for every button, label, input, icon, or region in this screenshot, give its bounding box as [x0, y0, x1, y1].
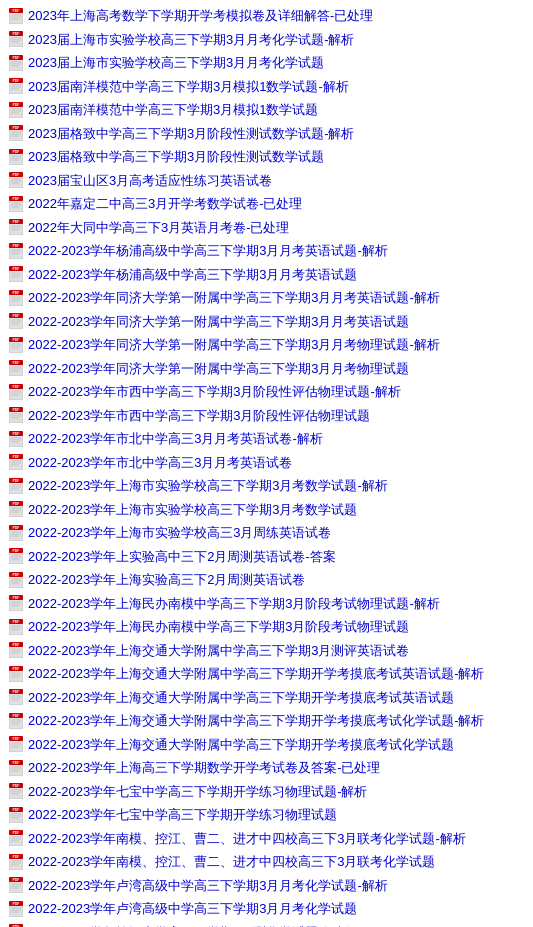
file-link[interactable]: 2022-2023学年上海高三下学期数学开学考试卷及答案-已处理	[28, 758, 381, 778]
file-link[interactable]: 2022-2023学年同济大学第一附属中学高三下学期3月月考物理试题-解析	[28, 335, 440, 355]
list-item: PDF 2022-2023学年南模、控江、曹二、进才中四校高三下3月联考化学试题…	[8, 827, 525, 851]
file-link[interactable]: 2023届宝山区3月高考适应性练习英语试卷	[28, 171, 272, 191]
file-link[interactable]: 2022-2023学年上海市实验学校高三下学期3月考数学试题-解析	[28, 476, 388, 496]
list-item: PDF 2023届上海市实验学校高三下学期3月月考化学试题	[8, 51, 525, 75]
list-item: PDF 2022-2023学年杨浦高级中学高三下学期3月月考英语试题	[8, 263, 525, 287]
file-link[interactable]: 2022-2023学年杨浦高级中学高三下学期3月月考英语试题-解析	[28, 241, 388, 261]
svg-text:PDF: PDF	[13, 761, 21, 765]
file-link[interactable]: 2022-2023学年同济大学第一附属中学高三下学期3月月考英语试题	[28, 312, 409, 332]
list-item: PDF 2022-2023学年上海交通大学附属中学高三下学期开学考摸底考试化学试…	[8, 733, 525, 757]
pdf-file-icon: PDF	[8, 31, 24, 47]
pdf-file-icon: PDF	[8, 360, 24, 376]
file-link[interactable]: 2022-2023学年杨浦高级中学高三下学期3月月考英语试题	[28, 265, 357, 285]
file-link[interactable]: 2022-2023学年上海交通大学附属中学高三下学期开学考摸底考试化学试题	[28, 735, 454, 755]
file-link[interactable]: 2022-2023学年市北中学高三3月月考英语试卷-解析	[28, 429, 323, 449]
svg-text:PDF: PDF	[13, 314, 21, 318]
file-link[interactable]: 2022-2023学年南模、控江、曹二、进才中四校高三下3月联考化学试题-解析	[28, 829, 466, 849]
pdf-file-icon: PDF	[8, 713, 24, 729]
file-link[interactable]: 2023届格致中学高三下学期3月阶段性测试数学试题	[28, 147, 324, 167]
svg-text:PDF: PDF	[13, 714, 21, 718]
pdf-file-icon: PDF	[8, 431, 24, 447]
svg-text:PDF: PDF	[13, 385, 21, 389]
file-link[interactable]: 2022年嘉定二中高三3月开学考数学试卷-已处理	[28, 194, 302, 214]
file-link[interactable]: 2022-2023学年南模、控江、曹二、进才中四校高三下3月联考化学试题	[28, 852, 435, 872]
pdf-file-icon: PDF	[8, 337, 24, 353]
pdf-file-icon: PDF	[8, 125, 24, 141]
svg-text:PDF: PDF	[13, 197, 21, 201]
file-link[interactable]: 2022-2023学年上海实验高三下2月周测英语试卷	[28, 570, 305, 590]
file-link[interactable]: 2022-2023学年市北中学高三3月月考英语试卷	[28, 453, 292, 473]
list-item: PDF 2022-2023学年同济大学第一附属中学高三下学期3月月考英语试题-解…	[8, 286, 525, 310]
svg-text:PDF: PDF	[13, 620, 21, 624]
pdf-file-icon: PDF	[8, 642, 24, 658]
file-link[interactable]: 2022-2023学年控江中学高三下学期3月测化学试题-解析	[28, 923, 349, 928]
file-link[interactable]: 2022-2023学年同济大学第一附属中学高三下学期3月月考物理试题	[28, 359, 409, 379]
list-item: PDF 2022-2023学年杨浦高级中学高三下学期3月月考英语试题-解析	[8, 239, 525, 263]
file-link[interactable]: 2023届上海市实验学校高三下学期3月月考化学试题-解析	[28, 30, 354, 50]
list-item: PDF 2022-2023学年上海交通大学附属中学高三下学期开学考摸底考试英语试…	[8, 686, 525, 710]
list-item: PDF 2022-2023学年七宝中学高三下学期开学练习物理试题-解析	[8, 780, 525, 804]
file-link[interactable]: 2022-2023学年上海市实验学校高三3月周练英语试卷	[28, 523, 331, 543]
file-link[interactable]: 2022-2023学年卢湾高级中学高三下学期3月月考化学试题-解析	[28, 876, 388, 896]
file-link[interactable]: 2022-2023学年上实验高中三下2月周测英语试卷-答案	[28, 547, 336, 567]
svg-text:PDF: PDF	[13, 408, 21, 412]
list-item: PDF 2023届南洋模范中学高三下学期3月模拟1数学试题	[8, 98, 525, 122]
svg-text:PDF: PDF	[13, 502, 21, 506]
list-item: PDF 2023届宝山区3月高考适应性练习英语试卷	[8, 169, 525, 193]
file-link[interactable]: 2022-2023学年上海交通大学附属中学高三下学期3月测评英语试卷	[28, 641, 409, 661]
file-link[interactable]: 2022年大同中学高三下3月英语月考卷-已处理	[28, 218, 289, 238]
pdf-file-icon: PDF	[8, 783, 24, 799]
pdf-file-icon: PDF	[8, 595, 24, 611]
svg-text:PDF: PDF	[13, 784, 21, 788]
svg-text:PDF: PDF	[13, 32, 21, 36]
svg-text:PDF: PDF	[13, 432, 21, 436]
file-link[interactable]: 2022-2023学年上海市实验学校高三下学期3月考数学试题	[28, 500, 357, 520]
svg-text:PDF: PDF	[13, 526, 21, 530]
file-link[interactable]: 2022-2023学年上海民办南模中学高三下学期3月阶段考试物理试题-解析	[28, 594, 440, 614]
list-item: PDF 2022-2023学年市西中学高三下学期3月阶段性评估物理试题-解析	[8, 380, 525, 404]
file-link[interactable]: 2022-2023学年市西中学高三下学期3月阶段性评估物理试题-解析	[28, 382, 401, 402]
pdf-file-icon: PDF	[8, 619, 24, 635]
list-item: PDF 2022-2023学年南模、控江、曹二、进才中四校高三下3月联考化学试题	[8, 850, 525, 874]
file-link[interactable]: 2022-2023学年上海交通大学附属中学高三下学期开学考摸底考试英语试题-解析	[28, 664, 485, 684]
list-item: PDF 2022-2023学年同济大学第一附属中学高三下学期3月月考物理试题	[8, 357, 525, 381]
pdf-file-icon: PDF	[8, 501, 24, 517]
file-link[interactable]: 2022-2023学年七宝中学高三下学期开学练习物理试题-解析	[28, 782, 368, 802]
list-item: PDF 2023届格致中学高三下学期3月阶段性测试数学试题-解析	[8, 122, 525, 146]
file-link[interactable]: 2022-2023学年上海交通大学附属中学高三下学期开学考摸底考试英语试题	[28, 688, 454, 708]
svg-text:PDF: PDF	[13, 220, 21, 224]
file-link[interactable]: 2023届南洋模范中学高三下学期3月模拟1数学试题	[28, 100, 318, 120]
list-item: PDF 2022年大同中学高三下3月英语月考卷-已处理	[8, 216, 525, 240]
pdf-file-icon: PDF	[8, 877, 24, 893]
list-item: PDF 2022-2023学年卢湾高级中学高三下学期3月月考化学试题	[8, 897, 525, 921]
list-item: PDF 2023年上海高考数学下学期开学考模拟卷及详细解答-已处理	[8, 4, 525, 28]
svg-text:PDF: PDF	[13, 596, 21, 600]
pdf-file-icon: PDF	[8, 689, 24, 705]
svg-text:PDF: PDF	[13, 79, 21, 83]
list-item: PDF 2022-2023学年上海市实验学校高三3月周练英语试卷	[8, 521, 525, 545]
pdf-file-icon: PDF	[8, 666, 24, 682]
file-list: PDF 2023年上海高考数学下学期开学考模拟卷及详细解答-已处理 PDF 20…	[0, 0, 533, 927]
file-link[interactable]: 2023届上海市实验学校高三下学期3月月考化学试题	[28, 53, 324, 73]
svg-text:PDF: PDF	[13, 244, 21, 248]
pdf-file-icon: PDF	[8, 454, 24, 470]
list-item: PDF 2022-2023学年上海交通大学附属中学高三下学期开学考摸底考试化学试…	[8, 709, 525, 733]
svg-text:PDF: PDF	[13, 808, 21, 812]
file-link[interactable]: 2022-2023学年卢湾高级中学高三下学期3月月考化学试题	[28, 899, 357, 919]
list-item: PDF 2022-2023学年市西中学高三下学期3月阶段性评估物理试题	[8, 404, 525, 428]
pdf-file-icon: PDF	[8, 149, 24, 165]
file-link[interactable]: 2023届南洋模范中学高三下学期3月模拟1数学试题-解析	[28, 77, 349, 97]
file-link[interactable]: 2022-2023学年市西中学高三下学期3月阶段性评估物理试题	[28, 406, 370, 426]
svg-text:PDF: PDF	[13, 737, 21, 741]
list-item: PDF 2022-2023学年上实验高中三下2月周测英语试卷-答案	[8, 545, 525, 569]
file-link[interactable]: 2022-2023学年上海民办南模中学高三下学期3月阶段考试物理试题	[28, 617, 409, 637]
pdf-file-icon: PDF	[8, 384, 24, 400]
list-item: PDF 2022-2023学年上海高三下学期数学开学考试卷及答案-已处理	[8, 756, 525, 780]
file-link[interactable]: 2022-2023学年同济大学第一附属中学高三下学期3月月考英语试题-解析	[28, 288, 440, 308]
file-link[interactable]: 2023届格致中学高三下学期3月阶段性测试数学试题-解析	[28, 124, 354, 144]
file-link[interactable]: 2022-2023学年七宝中学高三下学期开学练习物理试题	[28, 805, 337, 825]
svg-text:PDF: PDF	[13, 643, 21, 647]
file-link[interactable]: 2023年上海高考数学下学期开学考模拟卷及详细解答-已处理	[28, 6, 373, 26]
file-link[interactable]: 2022-2023学年上海交通大学附属中学高三下学期开学考摸底考试化学试题-解析	[28, 711, 485, 731]
svg-text:PDF: PDF	[13, 902, 21, 906]
